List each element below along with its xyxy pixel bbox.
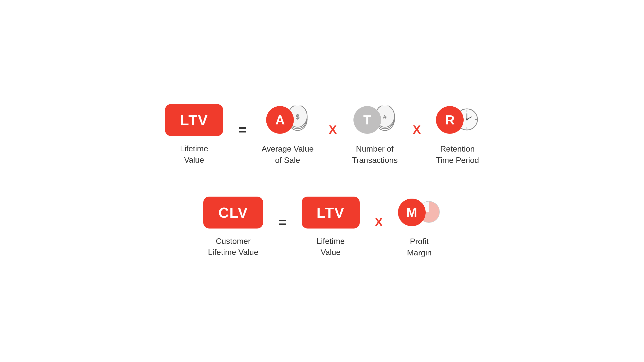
- retention-label: Retention Time Period: [436, 143, 479, 166]
- avg-value-item: A $ Average Value of Sale: [262, 104, 314, 166]
- multiply-operator-1: X: [329, 124, 337, 136]
- avg-value-circle: A: [266, 106, 294, 134]
- ltv-label-2: Lifetime Value: [316, 236, 345, 258]
- svg-point-15: [466, 118, 468, 120]
- avg-value-icon-group: A $: [266, 104, 309, 136]
- equals-operator-2: =: [278, 215, 287, 229]
- equals-operator-1: =: [238, 123, 247, 137]
- margin-item: M Profit Margin: [398, 196, 441, 258]
- clv-pill: CLV: [203, 197, 263, 229]
- ltv-pill: LTV: [165, 104, 223, 136]
- multiply-operator-3: X: [375, 216, 383, 228]
- transactions-icon-group: T #: [353, 104, 396, 136]
- ltv-item: LTV Lifetime Value: [165, 104, 223, 166]
- formula-clv: CLV Customer Lifetime Value = LTV Lifeti…: [203, 196, 441, 258]
- margin-icon-group: M: [398, 196, 441, 229]
- ltv-acronym: LTV: [180, 112, 208, 128]
- transactions-label: Number of Transactions: [352, 143, 398, 166]
- clv-item: CLV Customer Lifetime Value: [203, 197, 263, 258]
- ltv-label: Lifetime Value: [180, 143, 208, 166]
- ltv-pill-2: LTV: [302, 197, 360, 229]
- margin-label: Profit Margin: [407, 236, 432, 258]
- margin-circle: M: [398, 199, 426, 226]
- transactions-circle: T: [353, 106, 381, 134]
- svg-text:$: $: [296, 113, 300, 121]
- retention-icon-group: R: [436, 104, 479, 136]
- ltv-acronym-2: LTV: [317, 204, 345, 221]
- avg-value-label: Average Value of Sale: [262, 143, 314, 166]
- ltv-item-2: LTV Lifetime Value: [302, 197, 360, 258]
- svg-text:#: #: [383, 113, 387, 121]
- formula-ltv: LTV Lifetime Value = A $: [165, 104, 479, 166]
- retention-item: R Rete: [436, 104, 479, 166]
- transactions-item: T # Number of Transactions: [352, 104, 398, 166]
- clv-acronym: CLV: [218, 204, 248, 221]
- clv-label: Customer Lifetime Value: [208, 236, 258, 258]
- retention-circle: R: [436, 106, 464, 134]
- multiply-operator-2: X: [413, 124, 421, 136]
